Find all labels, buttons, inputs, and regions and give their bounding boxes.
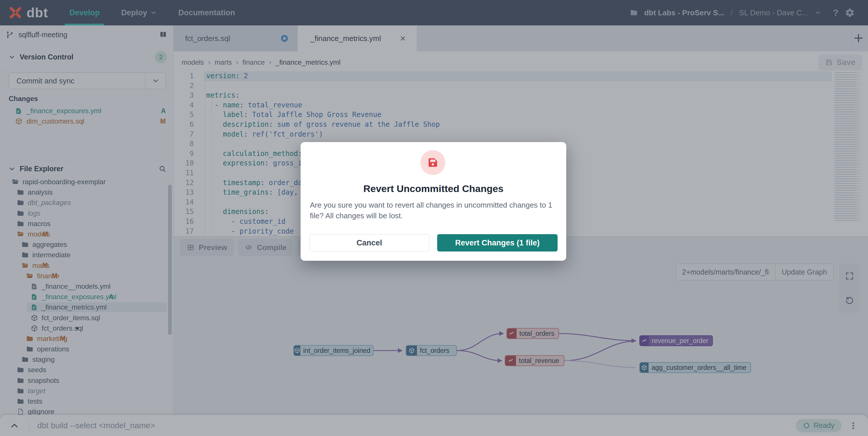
dbt-cloud-ide: dbt Develop Deploy Documentation dbt Lab… [0, 0, 868, 436]
revert-changes-modal: Revert Uncommitted Changes Are you sure … [301, 142, 566, 261]
revert-changes-button[interactable]: Revert Changes (1 file) [437, 234, 558, 251]
revert-save-icon [421, 150, 445, 175]
modal-body-text: Are you sure you want to revert all chan… [310, 200, 558, 221]
modal-title: Revert Uncommitted Changes [301, 183, 566, 194]
cancel-button[interactable]: Cancel [309, 234, 429, 251]
